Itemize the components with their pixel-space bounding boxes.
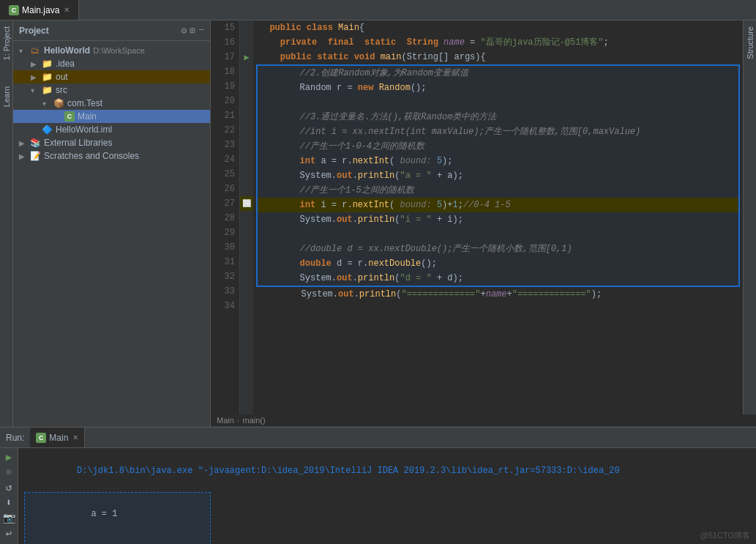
console-selected-output: a = 1 i = 3 d = 0.7628423652328664 <box>24 492 211 544</box>
code-line-32: System.out.println("d = " + d); <box>258 271 738 286</box>
expand-arrow-external: ▶ <box>19 139 29 147</box>
settings-icon[interactable]: ⚙ <box>181 25 187 37</box>
gutter-cell-31 <box>240 255 253 269</box>
tree-label-out: out <box>56 72 68 82</box>
gutter-cell-29 <box>240 226 253 240</box>
project-header: Project ⚙ ⊞ − <box>13 21 210 41</box>
gutter-cell-20 <box>240 94 253 108</box>
run-arrow-17[interactable]: ▶ <box>244 52 249 63</box>
camera-button[interactable]: 📷 <box>1 512 16 524</box>
run-label: Run: <box>6 433 24 443</box>
stop-button[interactable]: ■ <box>1 466 16 478</box>
expand-arrow: ▾ <box>19 47 29 55</box>
code-line-18: //2.创建Random对象,为Random变量赋值 <box>258 66 738 81</box>
console-action-buttons: ▶ ■ ↺ ⬇ 📷 ↩ ⋮ <box>0 448 18 544</box>
code-line-31: double d = r.nextDouble(); <box>258 256 738 271</box>
code-line-33: System.out.println("============="+name+… <box>259 287 737 302</box>
rerun-button[interactable]: ↺ <box>1 481 16 493</box>
tree-label-scratches: Scratches and Consoles <box>44 151 139 161</box>
gutter-cell-22 <box>240 123 253 138</box>
package-icon: 📦 <box>53 98 64 108</box>
tree-item-iml[interactable]: 🔷 HelloWorld.iml <box>13 123 210 136</box>
code-line-19: Random r = new Random(); <box>258 81 738 95</box>
breadcrumb-main[interactable]: Main <box>217 416 234 425</box>
expand-icon[interactable]: ⊞ <box>190 25 195 37</box>
tree-item-scratches[interactable]: ▶ 📝 Scratches and Consoles <box>13 149 210 163</box>
project-panel-title: Project <box>19 26 181 36</box>
project-sidebar-label[interactable]: 1: Project <box>1 21 12 66</box>
java-icon-main: C <box>64 111 75 122</box>
gutter-cell-25 <box>240 167 253 182</box>
run-button[interactable]: ▶ <box>1 451 16 463</box>
code-line-15: public class Main{ <box>259 21 737 35</box>
soft-wrap-button[interactable]: ↩ <box>1 527 16 540</box>
tree-item-idea[interactable]: ▶ 📁 .idea <box>13 57 210 70</box>
gutter-cell-27[interactable]: ⬜ <box>240 196 253 211</box>
scroll-end-button[interactable]: ⬇ <box>1 496 16 509</box>
gutter-cell-24 <box>240 152 253 167</box>
right-section: 151617 181920 212223 242526 272829 30313… <box>211 21 756 427</box>
gutter-cell-34 <box>240 299 253 313</box>
gutter: ▶ ⬜ <box>240 21 253 414</box>
console-area[interactable]: D:\jdk1.8\bin\java.exe "-javaagent:D:\id… <box>18 448 756 544</box>
folder-icon-src: 📁 <box>41 85 53 95</box>
console-path: D:\jdk1.8\bin\java.exe "-javaagent:D:\id… <box>77 466 620 476</box>
folder-icon-out: 📁 <box>41 72 53 82</box>
run-panel: Run: C Main ✕ ▶ ■ ↺ ⬇ 📷 ↩ ⋮ D:\jdk1.8\b <box>0 427 756 544</box>
tree-label-src: src <box>56 85 67 95</box>
breadcrumb-sep: › <box>237 416 240 425</box>
left-sidebar: 1: Project Learn <box>0 21 13 427</box>
tree-label-idea: .idea <box>56 59 75 69</box>
code-line-25: System.out.println("a = " + a); <box>258 168 738 183</box>
code-line-34 <box>259 302 737 316</box>
code-line-28: System.out.println("i = " + i); <box>258 212 738 227</box>
tree-item-src[interactable]: ▾ 📁 src <box>13 83 210 97</box>
gutter-cell-23 <box>240 138 253 152</box>
console-output-a: a = 1 <box>28 494 207 534</box>
code-line-30: //double d = xx.nextDouble();产生一个随机小数,范围… <box>258 242 738 256</box>
tree-label-comtest: com.Test <box>67 98 102 108</box>
code-line-22: //int i = xx.nextInt(int maxValue);产生一个随… <box>258 124 738 139</box>
run-tab-main[interactable]: C Main ✕ <box>30 428 85 447</box>
expand-arrow-idea: ▶ <box>31 60 41 68</box>
tree-item-helloworld[interactable]: ▾ 🗂 HelloWorld D:\WorkSpace <box>13 44 210 57</box>
watermark: @51CTO博客 <box>700 530 750 541</box>
run-tab-close[interactable]: ✕ <box>72 433 78 441</box>
tree-item-external[interactable]: ▶ 📚 External Libraries <box>13 136 210 149</box>
console-value-a: a = 1 <box>91 509 117 519</box>
gutter-cell-17[interactable]: ▶ <box>240 50 253 64</box>
minimize-icon[interactable]: − <box>198 25 204 37</box>
tree-label-iml: HelloWorld.iml <box>56 124 112 135</box>
console-command-line: D:\jdk1.8\bin\java.exe "-javaagent:D:\id… <box>24 451 750 491</box>
tree-item-main[interactable]: C Main <box>13 110 210 123</box>
code-line-20 <box>258 95 738 110</box>
code-line-29 <box>258 227 738 242</box>
console-output-i: i = 3 <box>28 534 207 544</box>
tab-close-button[interactable]: ✕ <box>64 6 70 14</box>
run-tab-bar: Run: C Main ✕ <box>0 428 756 448</box>
tree-item-comtest[interactable]: ▾ 📦 com.Test <box>13 97 210 110</box>
java-file-icon: C <box>9 5 19 15</box>
tab-main-java[interactable]: C Main.java ✕ <box>0 0 79 20</box>
code-content[interactable]: public class Main{ private final static … <box>253 21 743 414</box>
tree-item-out[interactable]: ▶ 📁 out <box>13 70 210 83</box>
learn-sidebar-label[interactable]: Learn <box>1 81 12 113</box>
structure-sidebar: Structure <box>743 21 756 414</box>
run-tab-label: Main <box>49 433 68 443</box>
gutter-cell-18 <box>240 64 253 79</box>
code-line-23: //产生一个1-0-4之间的随机数 <box>258 139 738 154</box>
library-icon: 📚 <box>29 138 41 148</box>
tab-label: Main.java <box>22 5 59 15</box>
code-line-24: int a = r.nextInt( bound: 5); <box>258 154 738 168</box>
console-container: ▶ ■ ↺ ⬇ 📷 ↩ ⋮ D:\jdk1.8\bin\java.exe "-j… <box>0 448 756 544</box>
gutter-cell-30 <box>240 240 253 255</box>
code-line-27: int i = r.nextInt( bound: 5)+1;//0-4 1-5 <box>258 198 738 212</box>
expand-arrow-comtest: ▾ <box>42 100 53 108</box>
tree-item-label: HelloWorld <box>44 45 90 56</box>
tab-bar: C Main.java ✕ <box>0 0 756 21</box>
scratches-icon: 📝 <box>29 151 41 161</box>
structure-label[interactable]: Structure <box>744 21 756 65</box>
tree-label-main: Main <box>78 111 97 122</box>
breadcrumb-method[interactable]: main() <box>243 416 266 425</box>
gutter-cell-16 <box>240 35 253 50</box>
